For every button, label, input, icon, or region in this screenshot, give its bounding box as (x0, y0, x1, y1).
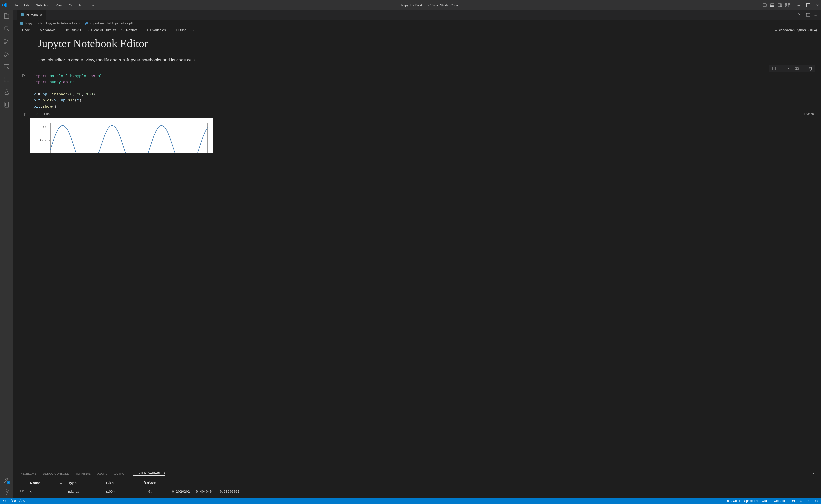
sort-asc-icon[interactable]: ▲ (59, 481, 63, 485)
clear-outputs-button[interactable]: Clear All Outputs (86, 28, 116, 32)
svg-rect-4 (771, 6, 774, 7)
svg-point-13 (4, 26, 8, 30)
variables-button[interactable]: x= Variables (147, 28, 166, 32)
run-by-line-icon[interactable] (772, 67, 776, 71)
split-cell-icon[interactable] (795, 67, 799, 71)
notifications-bell-icon[interactable] (807, 499, 811, 503)
svg-rect-22 (4, 77, 6, 79)
run-debug-icon[interactable] (3, 51, 10, 57)
svg-point-62 (792, 500, 794, 502)
menu-view[interactable]: View (53, 2, 65, 8)
panel-tab-terminal[interactable]: TERMINAL (76, 472, 91, 475)
open-variable-icon[interactable] (20, 489, 30, 493)
col-header-size[interactable]: Size (106, 481, 144, 485)
panel-tab-jupyter-variables[interactable]: JUPYTER: VARIABLES (133, 472, 165, 476)
restart-kernel-button[interactable]: Restart (121, 28, 137, 32)
table-row[interactable]: x ndarray (100,) [ 0. 0.2020202 0.404040… (20, 487, 814, 495)
notebook-intro-text: Use this editor to create, view, modify … (17, 53, 817, 68)
markdown-icon: M↓ (40, 22, 44, 25)
output-more-icon[interactable]: ··· (21, 118, 24, 122)
jupyter-icon[interactable] (3, 101, 10, 108)
execute-above-icon[interactable] (779, 67, 783, 71)
col-header-name[interactable]: Name (30, 481, 40, 485)
run-all-button[interactable]: Run All (65, 28, 81, 32)
testing-icon[interactable] (3, 89, 10, 95)
layout-primary-sidebar-icon[interactable] (763, 3, 767, 7)
toolbar-more-icon[interactable]: ··· (191, 28, 194, 32)
explorer-icon[interactable] (3, 13, 10, 19)
remote-indicator[interactable] (3, 499, 6, 503)
kernel-selector[interactable]: condaenv (Python 3.10.4) (774, 28, 817, 32)
menu-edit[interactable]: Edit (22, 2, 32, 8)
window-close-icon[interactable]: ✕ (816, 3, 819, 7)
panel-tab-problems[interactable]: PROBLEMS (20, 472, 36, 475)
tab-label: hi.ipynb (26, 13, 38, 17)
run-options-chevron-icon[interactable]: ⌄ (23, 78, 25, 81)
cell-language[interactable]: Python (805, 112, 814, 116)
menu-run[interactable]: Run (77, 2, 88, 8)
outline-button[interactable]: Outline (171, 28, 186, 32)
col-header-type[interactable]: Type (68, 481, 106, 485)
svg-rect-8 (786, 6, 787, 7)
menu-more[interactable]: ··· (89, 2, 97, 8)
indentation[interactable]: Spaces: 4 (744, 499, 758, 503)
layout-secondary-sidebar-icon[interactable] (778, 3, 782, 7)
editor-settings-gear-icon[interactable] (798, 13, 802, 17)
execute-below-icon[interactable] (787, 67, 791, 71)
extensions-icon[interactable] (3, 76, 10, 83)
window-minimize-icon[interactable]: ─ (798, 3, 800, 7)
cell-counter[interactable]: Cell 2 of 2 (774, 499, 788, 503)
source-control-icon[interactable] (3, 38, 10, 45)
vscode-logo-icon (2, 3, 7, 8)
panel-close-icon[interactable]: ✕ (812, 472, 815, 475)
eol[interactable]: CRLF (762, 499, 770, 503)
menu-selection[interactable]: Selection (33, 2, 52, 8)
split-editor-icon[interactable] (806, 13, 810, 17)
window-maximize-icon[interactable] (806, 3, 810, 7)
run-cell-icon[interactable] (22, 73, 26, 77)
settings-gear-icon[interactable] (3, 489, 10, 495)
svg-rect-5 (778, 4, 782, 7)
menu-file[interactable]: File (10, 2, 21, 8)
delete-cell-icon[interactable] (809, 67, 813, 71)
svg-point-15 (4, 39, 6, 40)
code-editor[interactable]: import matplotlib.pyplot as plt import n… (30, 72, 817, 111)
crumb-cell[interactable]: import matplotlib.pyplot as plt (90, 21, 132, 25)
panel-collapse-icon[interactable]: ⌃ (805, 472, 808, 475)
tab-hi-ipynb[interactable]: hi.ipynb ✕ (17, 10, 46, 20)
remote-explorer-icon[interactable] (3, 63, 10, 70)
cell-more-icon[interactable]: ··· (802, 67, 805, 71)
search-icon[interactable] (3, 25, 10, 32)
notebook-file-icon (20, 13, 24, 17)
panel-tab-azure[interactable]: AZURE (97, 472, 107, 475)
copilot-icon[interactable] (792, 499, 796, 503)
layout-panel-icon[interactable] (770, 3, 774, 7)
execution-duration: 1.0s (44, 112, 49, 116)
menu-go[interactable]: Go (66, 2, 76, 8)
editor-more-icon[interactable]: ··· (814, 13, 817, 17)
code-cell[interactable]: ··· ⌄ import matplotlib.pyplot as plt im… (17, 72, 817, 117)
panel-tab-debug-console[interactable]: DEBUG CONSOLE (43, 472, 69, 475)
svg-rect-0 (763, 4, 766, 7)
breadcrumb[interactable]: hi.ipynb › M↓ Jupyter Notebook Editor › … (13, 20, 821, 27)
add-code-cell-button[interactable]: ＋ Code (17, 28, 30, 32)
panel-tab-output[interactable]: OUTPUT (114, 472, 126, 475)
notebook-body[interactable]: Jupyter Notebook Editor Use this editor … (13, 34, 821, 469)
tab-close-icon[interactable]: ✕ (40, 13, 43, 17)
prettier-icon[interactable] (815, 499, 818, 503)
separator (60, 28, 60, 32)
crumb-editor[interactable]: Jupyter Notebook Editor (45, 21, 81, 25)
python-icon (85, 22, 88, 25)
cursor-position[interactable]: Ln 3, Col 1 (725, 499, 740, 503)
customize-layout-icon[interactable] (785, 3, 790, 7)
add-markdown-cell-button[interactable]: ＋ Markdown (35, 28, 55, 32)
markdown-cell[interactable]: Jupyter Notebook Editor Use this editor … (17, 37, 817, 68)
crumb-file[interactable]: hi.ipynb (25, 21, 36, 25)
svg-point-64 (801, 500, 802, 501)
svg-point-21 (7, 67, 9, 69)
accounts-icon[interactable]: 1 (3, 477, 10, 484)
col-header-value[interactable]: Value (144, 480, 814, 485)
errors-warnings[interactable]: 0 0 (10, 499, 25, 503)
table-header-row: Name▲ Type Size Value (20, 478, 814, 487)
feedback-icon[interactable] (800, 499, 803, 503)
